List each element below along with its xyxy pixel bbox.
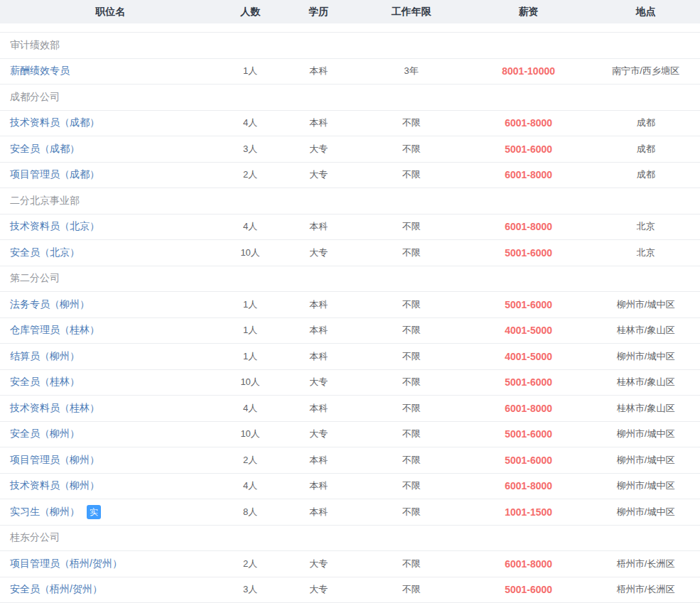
table-header: 职位名 人数 学历 工作年限 薪资 地点 bbox=[0, 0, 700, 23]
experience-cell: 不限 bbox=[357, 402, 465, 415]
table-row: 技术资料员（柳州） 4人 本科 不限 6001-8000 柳州市/城中区 bbox=[0, 474, 700, 500]
location-cell: 南宁市/西乡塘区 bbox=[591, 65, 700, 77]
job-title-link[interactable]: 安全员（梧州/贺州） bbox=[10, 583, 102, 596]
job-title-cell: 薪酬绩效专员 bbox=[0, 65, 220, 77]
col-header-headcount: 人数 bbox=[220, 6, 280, 18]
salary-cell: 5001-6000 bbox=[465, 584, 591, 595]
job-title-link[interactable]: 安全员（桂林） bbox=[10, 376, 80, 389]
table-row: 安全员（成都） 3人 大专 不限 5001-6000 成都 bbox=[0, 136, 700, 163]
education-cell: 大专 bbox=[280, 168, 357, 181]
job-title-cell: 仓库管理员（桂林） bbox=[0, 324, 220, 337]
headcount-cell: 3人 bbox=[220, 583, 280, 596]
education-cell: 本科 bbox=[280, 402, 357, 415]
job-title-cell: 实习生（柳州） 实 bbox=[0, 505, 220, 519]
experience-cell: 不限 bbox=[357, 454, 465, 467]
job-title-cell: 安全员（梧州/贺州） bbox=[0, 583, 220, 596]
job-title-link[interactable]: 项目管理员（梧州/贺州） bbox=[10, 558, 122, 570]
salary-cell: 6001-8000 bbox=[465, 403, 591, 414]
salary-cell: 6001-8000 bbox=[465, 169, 591, 180]
table-gap bbox=[0, 23, 700, 33]
job-title-cell: 项目管理员（柳州） bbox=[0, 454, 220, 467]
section-row: 审计绩效部 bbox=[0, 33, 700, 59]
job-title-cell: 项目管理员（梧州/贺州） bbox=[0, 558, 220, 570]
salary-cell: 5001-6000 bbox=[465, 247, 591, 259]
headcount-cell: 4人 bbox=[220, 402, 280, 415]
job-title-link[interactable]: 项目管理员（成都） bbox=[10, 168, 99, 181]
job-title-cell: 技术资料员（柳州） bbox=[0, 479, 220, 492]
job-title-link[interactable]: 薪酬绩效专员 bbox=[10, 65, 70, 77]
job-title-cell: 结算员（柳州） bbox=[0, 350, 220, 363]
location-cell: 成都 bbox=[591, 143, 700, 156]
experience-cell: 不限 bbox=[357, 479, 465, 492]
job-title-cell: 项目管理员（成都） bbox=[0, 168, 220, 181]
job-title-cell: 技术资料员（北京） bbox=[0, 220, 220, 233]
table-row: 安全员（柳州） 10人 大专 不限 5001-6000 柳州市/城中区 bbox=[0, 422, 700, 448]
experience-cell: 不限 bbox=[357, 350, 465, 363]
col-header-education: 学历 bbox=[280, 6, 357, 18]
job-title-link[interactable]: 技术资料员（桂林） bbox=[10, 402, 99, 415]
section-row: 成都分公司 bbox=[0, 85, 700, 111]
table-row: 安全员（桂林） 10人 大专 不限 5001-6000 桂林市/象山区 bbox=[0, 370, 700, 396]
job-title-link[interactable]: 结算员（柳州） bbox=[10, 350, 80, 363]
job-title-cell: 安全员（成都） bbox=[0, 143, 220, 156]
job-title-link[interactable]: 技术资料员（成都） bbox=[10, 116, 99, 129]
education-cell: 大专 bbox=[280, 246, 357, 259]
headcount-cell: 3人 bbox=[220, 143, 280, 156]
job-title-link[interactable]: 法务专员（柳州） bbox=[10, 298, 90, 311]
job-title-cell: 安全员（柳州） bbox=[0, 428, 220, 440]
experience-cell: 不限 bbox=[357, 428, 465, 440]
salary-cell: 5001-6000 bbox=[465, 455, 591, 466]
job-title-link[interactable]: 安全员（北京） bbox=[10, 246, 80, 259]
education-cell: 本科 bbox=[280, 506, 357, 518]
col-header-salary: 薪资 bbox=[465, 6, 591, 18]
location-cell: 成都 bbox=[591, 168, 700, 181]
experience-cell: 不限 bbox=[357, 558, 465, 570]
table-row: 技术资料员（成都） 4人 本科 不限 6001-8000 成都 bbox=[0, 111, 700, 137]
col-header-job-title: 职位名 bbox=[0, 6, 220, 18]
headcount-cell: 1人 bbox=[220, 324, 280, 337]
job-title-link[interactable]: 安全员（成都） bbox=[10, 143, 80, 156]
salary-cell: 1001-1500 bbox=[465, 506, 591, 518]
col-header-location: 地点 bbox=[591, 6, 700, 18]
education-cell: 大专 bbox=[280, 143, 357, 156]
salary-cell: 5001-6000 bbox=[465, 143, 591, 155]
experience-cell: 不限 bbox=[357, 246, 465, 259]
headcount-cell: 10人 bbox=[220, 428, 280, 440]
salary-cell: 4001-5000 bbox=[465, 325, 591, 336]
headcount-cell: 2人 bbox=[220, 558, 280, 570]
section-label: 第二分公司 bbox=[10, 272, 60, 285]
job-title-cell: 安全员（北京） bbox=[0, 246, 220, 259]
job-title-link[interactable]: 仓库管理员（桂林） bbox=[10, 324, 99, 337]
location-cell: 成都 bbox=[591, 116, 700, 129]
table-row: 实习生（柳州） 实 8人 本科 不限 1001-1500 柳州市/城中区 bbox=[0, 499, 700, 526]
salary-cell: 6001-8000 bbox=[465, 221, 591, 232]
location-cell: 柳州市/城中区 bbox=[591, 454, 700, 467]
education-cell: 本科 bbox=[280, 116, 357, 129]
education-cell: 大专 bbox=[280, 428, 357, 440]
experience-cell: 不限 bbox=[357, 324, 465, 337]
salary-cell: 5001-6000 bbox=[465, 299, 591, 310]
location-cell: 梧州市/长洲区 bbox=[591, 558, 700, 570]
headcount-cell: 4人 bbox=[220, 220, 280, 233]
headcount-cell: 10人 bbox=[220, 376, 280, 389]
job-title-cell: 技术资料员（桂林） bbox=[0, 402, 220, 415]
job-title-link[interactable]: 技术资料员（柳州） bbox=[10, 479, 99, 492]
job-title-link[interactable]: 项目管理员（柳州） bbox=[10, 454, 99, 467]
salary-cell: 8001-10000 bbox=[465, 65, 591, 77]
salary-cell: 4001-5000 bbox=[465, 351, 591, 362]
intern-badge: 实 bbox=[87, 505, 101, 519]
experience-cell: 不限 bbox=[357, 116, 465, 129]
job-title-link[interactable]: 技术资料员（北京） bbox=[10, 220, 99, 233]
job-title-cell: 技术资料员（成都） bbox=[0, 116, 220, 129]
job-title-link[interactable]: 实习生（柳州） bbox=[10, 506, 80, 518]
job-title-link[interactable]: 安全员（柳州） bbox=[10, 428, 80, 440]
location-cell: 桂林市/象山区 bbox=[591, 376, 700, 389]
table-row: 薪酬绩效专员 1人 本科 3年 8001-10000 南宁市/西乡塘区 bbox=[0, 59, 700, 85]
table-row: 技术资料员（桂林） 4人 本科 不限 6001-8000 桂林市/象山区 bbox=[0, 396, 700, 422]
education-cell: 本科 bbox=[280, 298, 357, 311]
salary-cell: 6001-8000 bbox=[465, 558, 591, 570]
location-cell: 柳州市/城中区 bbox=[591, 479, 700, 492]
table-row: 法务专员（柳州） 1人 本科 不限 5001-6000 柳州市/城中区 bbox=[0, 292, 700, 318]
salary-cell: 6001-8000 bbox=[465, 480, 591, 491]
section-label: 成都分公司 bbox=[10, 91, 60, 104]
